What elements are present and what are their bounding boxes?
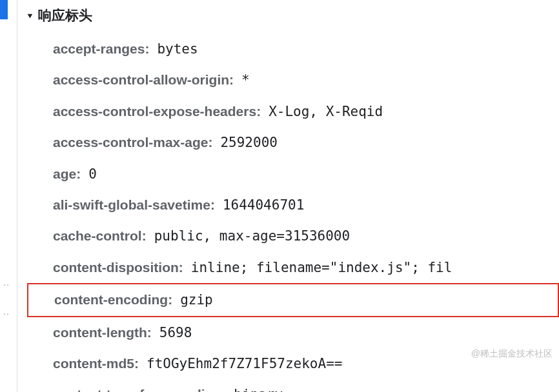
header-row[interactable]: access-control-expose-headers:X-Log, X-R…: [26, 96, 559, 127]
header-row[interactable]: accept-ranges:bytes: [26, 34, 559, 64]
watermark: @稀土掘金技术社区: [471, 348, 553, 360]
header-value: 5698: [159, 324, 192, 342]
header-row[interactable]: age:0: [26, 159, 559, 190]
header-value: binary: [234, 386, 283, 392]
disclosure-triangle-icon[interactable]: ▼: [26, 12, 34, 20]
header-row[interactable]: content-disposition:inline; filename="in…: [26, 252, 559, 283]
header-row[interactable]: access-control-max-age:2592000: [26, 127, 559, 158]
header-name: cache-control:: [53, 226, 147, 245]
response-headers-panel: ▼ 响应标头 accept-ranges:bytesaccess-control…: [26, 3, 559, 392]
header-name: content-length:: [53, 323, 152, 342]
section-title: 响应标头: [38, 6, 92, 24]
header-value: *: [241, 71, 250, 90]
active-indicator: [0, 0, 8, 19]
header-row[interactable]: cache-control:public, max-age=31536000: [26, 220, 559, 251]
header-name: content-disposition:: [53, 258, 183, 277]
header-value: 2592000: [220, 133, 278, 152]
sidebar-truncation: ..: [3, 277, 10, 288]
header-name: content-encoding:: [54, 290, 172, 309]
header-name: content-transfer-encoding:: [53, 385, 226, 392]
section-header[interactable]: ▼ 响应标头: [26, 3, 559, 34]
header-name: access-control-expose-headers:: [53, 102, 261, 121]
header-value: bytes: [157, 40, 198, 59]
header-row[interactable]: content-transfer-encoding:binary: [26, 379, 559, 392]
header-name: ali-swift-global-savetime:: [53, 195, 215, 214]
sidebar-truncation: ..: [3, 306, 10, 317]
header-name: access-control-max-age:: [53, 133, 212, 152]
header-value: gzip: [180, 291, 213, 309]
header-value: inline; filename="index.js"; fil: [191, 259, 452, 277]
header-name: content-md5:: [53, 354, 139, 373]
header-value: 1644046701: [223, 196, 304, 215]
header-value: ftOGyEhm2f7Z71F57zekoA==: [147, 355, 342, 373]
header-row[interactable]: content-length:5698: [26, 317, 559, 348]
header-name: accept-ranges:: [53, 39, 149, 58]
header-value: public, max-age=31536000: [154, 227, 350, 246]
header-name: access-control-allow-origin:: [53, 70, 234, 89]
headers-list: accept-ranges:bytesaccess-control-allow-…: [26, 34, 559, 392]
panel-divider: [17, 0, 17, 392]
header-name: age:: [53, 164, 81, 183]
header-value: X-Log, X-Reqid: [269, 103, 383, 121]
header-value: 0: [88, 165, 97, 184]
header-row[interactable]: ali-swift-global-savetime:1644046701: [26, 190, 559, 220]
header-row[interactable]: content-encoding:gzip: [27, 283, 559, 317]
header-row[interactable]: access-control-allow-origin:*: [26, 64, 559, 95]
